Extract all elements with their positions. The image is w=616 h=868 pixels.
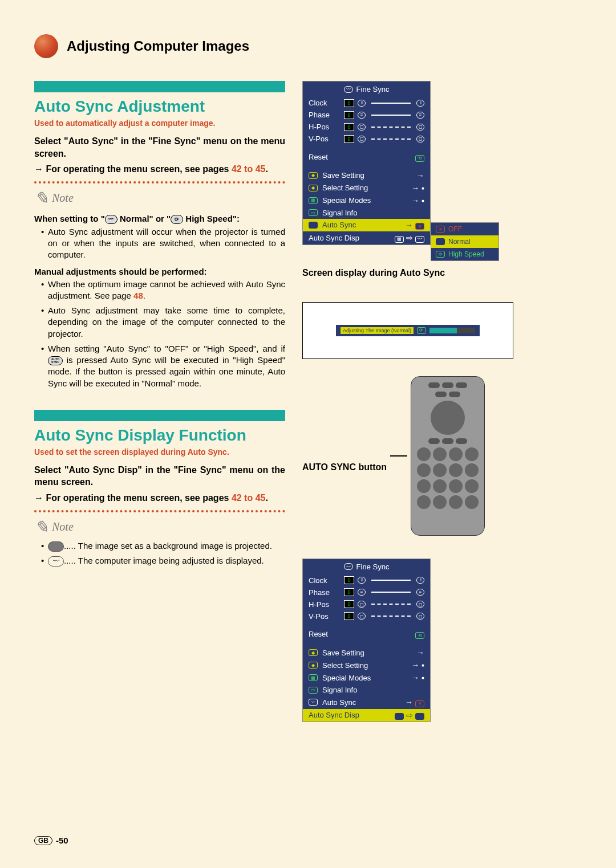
section2-para1: Select "Auto Sync Disp" in the "Fine Syn…: [34, 464, 285, 488]
screen-display-caption: Screen display during Auto Sync: [302, 268, 445, 278]
osd-title: 〰 Fine Sync: [303, 81, 430, 97]
section1-sub: Used to automatically adjust a computer …: [34, 118, 285, 128]
arrow-right-icon: → ✕: [405, 698, 424, 707]
osd-title: 〰 Fine Sync: [303, 559, 430, 574]
osd-row: Phase 0 ≡ ≡: [303, 109, 430, 121]
arrow-right-icon: → ▪: [411, 661, 424, 670]
osd-item: ▭Signal Info: [303, 207, 430, 219]
value-box: 0: [344, 135, 354, 143]
slider-track: [371, 616, 411, 617]
osd-side-options: ✕OFF 〰Normal ⟳High Speed: [431, 222, 499, 261]
signal-icon: ▭: [309, 209, 318, 216]
slider-knob-right: ⦀: [416, 100, 424, 107]
arrow-right-icon: ▦ ⇨ 〰: [395, 233, 424, 243]
osd-reset: Reset ⟲: [303, 628, 430, 641]
value-box: 0: [344, 123, 354, 131]
note-head2: Manual adjustments should be performed:: [34, 267, 285, 276]
arrow-right-icon: → ▪: [411, 184, 424, 193]
pagelink: 42 to 45: [232, 493, 266, 503]
highspeed-sync-icon: ⟳: [171, 215, 183, 224]
slider-track: [371, 115, 411, 116]
note-row: ✎ Note: [34, 517, 285, 537]
pagelink: 48: [133, 291, 143, 300]
right-column: 〰 Fine Sync Clock 0 ⦀ ⦀ Phase 0 ≡ ≡: [302, 81, 576, 722]
bullet-item: Auto Sync adjustment may take some time …: [41, 305, 285, 340]
osd-item: ◆Select Setting→ ▪: [303, 659, 430, 671]
autosync-button-caption: AUTO SYNC button: [302, 462, 387, 472]
slider-knob-right: ◻: [416, 124, 424, 131]
slider-knob-left: ◻: [358, 124, 366, 131]
autosync-button-icon: AUTOSYNC: [48, 356, 63, 365]
signal-icon: ▭: [309, 687, 318, 694]
dotted-divider: [34, 181, 285, 184]
remote-keypad: [417, 447, 479, 509]
section2-para2: → For operating the menu screen, see pag…: [34, 492, 285, 504]
reset-icon: ⟲: [415, 630, 424, 639]
section1-para1: Select "Auto Sync" in the "Fine Sync" me…: [34, 135, 285, 160]
option-off: ✕OFF: [431, 223, 499, 235]
osd-item: ◆Save Setting→: [303, 646, 430, 659]
adjust-chip: Adjusting The Image (Normal): [341, 327, 414, 334]
slider-track: [371, 127, 411, 128]
note-label: Note: [52, 191, 74, 205]
osd-item: ◆Save Setting→: [303, 169, 430, 182]
section2-heading: Auto Sync Display Function: [34, 427, 285, 445]
bullet-item: When the optimum image cannot be achieve…: [41, 279, 285, 302]
option-highspeed: ⟳High Speed: [431, 248, 499, 260]
value-box: 0: [344, 600, 354, 608]
diamond-icon: ◆: [309, 649, 318, 656]
page-footer: GB -50: [34, 836, 68, 845]
osd-menu-1: 〰 Fine Sync Clock 0 ⦀ ⦀ Phase 0 ≡ ≡: [302, 81, 431, 245]
screen-display-box: Adjusting The Image (Normal) ⟳: [302, 302, 513, 359]
modes-icon: ▦: [309, 674, 318, 681]
computer-image-icon: 〰: [48, 556, 64, 567]
section-bar: [34, 81, 285, 92]
osd-item-highlight: Auto Sync Disp▦ ⇨ 〰: [303, 709, 430, 722]
bullet-item: ..... The image set as a background imag…: [41, 540, 285, 552]
value-box: 0: [344, 99, 354, 107]
value-box: 0: [344, 576, 354, 584]
option-normal: 〰Normal: [431, 235, 499, 248]
arrow-right-icon: →: [416, 171, 424, 180]
slider-knob-left: ◻: [358, 613, 366, 620]
slider-track: [371, 103, 411, 104]
osd-row: H-Pos 0 ◻ ◻: [303, 598, 430, 610]
slider-knob-left: ◻: [358, 136, 366, 142]
slider-track: [371, 604, 411, 605]
note-head1: When setting to "〰 Normal" or "⟳ High Sp…: [34, 214, 285, 224]
slider-knob-right: ⦀: [416, 577, 424, 584]
page-number: -50: [56, 836, 68, 845]
arrow-right-icon: →: [416, 648, 424, 657]
value-box: 0: [344, 588, 354, 596]
slider-knob-left: ⦀: [358, 100, 366, 107]
osd-row: H-Pos 0 ◻ ◻: [303, 121, 430, 133]
adjust-bar: Adjusting The Image (Normal) ⟳: [336, 325, 480, 336]
bullet-item: When setting "Auto Sync" to "OFF" or "Hi…: [41, 343, 285, 389]
slider-knob-right: ◻: [416, 601, 424, 608]
osd-item-highlight: 〰Auto Sync→ ✕: [303, 219, 430, 232]
note-label: Note: [52, 520, 74, 533]
slider-knob-left: ≡: [358, 112, 366, 119]
sync-icon: 〰: [309, 222, 318, 229]
osd-row: Phase 0 ≡ ≡: [303, 586, 430, 598]
slider-track: [371, 138, 411, 140]
dotted-divider: [34, 510, 285, 512]
arrow-right-icon: → ▪: [411, 196, 424, 205]
normal-icon: 〰: [436, 238, 445, 245]
sync-icon: ⟳: [417, 327, 426, 334]
header-dot-icon: [34, 34, 58, 58]
slider-knob-left: ⦀: [358, 577, 366, 584]
osd-item: ▭Signal Info: [303, 684, 430, 696]
sync-icon: 〰: [344, 563, 353, 570]
section-bar: [34, 410, 285, 421]
note-swash-icon: ✎: [34, 188, 48, 208]
note-row: ✎ Note: [34, 188, 285, 208]
osd-row: Clock 0 ⦀ ⦀: [303, 574, 430, 586]
arrow-right-icon: → ▪: [411, 673, 424, 682]
osd-item: 〰Auto Sync→ ✕: [303, 696, 430, 709]
slider-knob-left: ◻: [358, 601, 366, 608]
osd-row: Clock 0 ⦀ ⦀: [303, 97, 430, 109]
modes-icon: ▦: [309, 197, 318, 204]
x-icon: ✕: [436, 226, 445, 233]
osd-menu-2: 〰 Fine Sync Clock 0 ⦀ ⦀ Phase 0 ≡ ≡ H-Po…: [302, 559, 431, 723]
